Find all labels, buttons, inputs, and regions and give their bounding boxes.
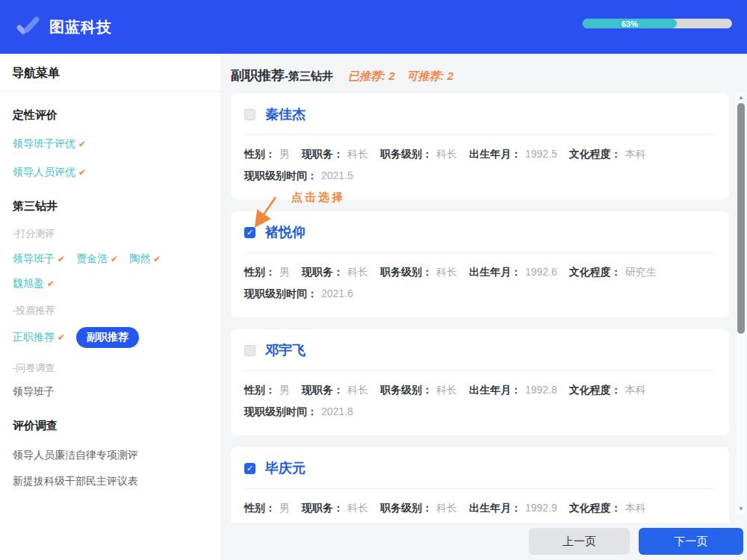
field-label: 现职级别时间： (244, 405, 317, 417)
score-group-label: -打分测评 (13, 227, 208, 240)
divider (244, 370, 716, 371)
vertical-scrollbar[interactable]: ▲ ▼ (737, 92, 746, 515)
candidate-checkbox[interactable]: ✓ (244, 345, 255, 356)
field-value: 本科 (625, 384, 646, 396)
page-subtitle: -第三钻井 (285, 69, 333, 84)
field-value: 男 (279, 266, 290, 278)
check-icon: ✔ (58, 332, 65, 343)
field-label: 文化程度： (569, 148, 622, 160)
main-content: 副职推荐 -第三钻井 已推荐: 2 可推荐: 2 ✓ 秦佳杰 性别：男 现职务：… (220, 54, 747, 560)
candidate-checkbox[interactable]: ✓ (244, 109, 255, 120)
candidate-card: ✓ 秦佳杰 性别：男 现职务：科长 职务级别：科长 出生年月：1992.5 文化… (231, 93, 729, 199)
candidate-card: ✓ 褚悦仰 性别：男 现职务：科长 职务级别：科长 出生年月：1992.6 文化… (231, 211, 729, 317)
scrollbar-thumb[interactable] (737, 103, 745, 334)
candidate-list: ✓ 秦佳杰 性别：男 现职务：科长 职务级别：科长 出生年月：1992.5 文化… (231, 93, 729, 523)
field-label: 文化程度： (569, 266, 622, 278)
field-label: 性别： (244, 266, 276, 278)
field-label: 文化程度： (569, 384, 622, 396)
divider (244, 134, 716, 135)
questionnaire-group-label: -问卷调查 (13, 361, 208, 375)
field-label: 出生年月： (469, 384, 521, 396)
field-label: 现职务： (302, 266, 344, 278)
field-label: 文化程度： (569, 502, 622, 514)
brand-logo: 图蓝科技 (15, 15, 112, 39)
check-icon: ✔ (47, 279, 55, 289)
check-icon: ✔ (78, 167, 86, 178)
field-label: 职务级别： (380, 384, 433, 396)
sidebar-item-score-weixuying[interactable]: 魏旭盈✔ (13, 277, 55, 290)
field-value: 男 (279, 502, 290, 514)
field-label: 职务级别： (380, 266, 433, 278)
sidebar-item-deputy-recommend-active[interactable]: 副职推荐 (76, 327, 139, 348)
sidebar-item-principal-recommend[interactable]: 正职推荐✔ (13, 331, 65, 344)
candidate-name[interactable]: 秦佳杰 (265, 105, 306, 123)
field-value: 科长 (436, 502, 457, 514)
sidebar-item-score-team[interactable]: 领导班子✔ (13, 252, 65, 266)
field-value: 本科 (625, 148, 646, 160)
prev-page-button[interactable]: 上一页 (529, 528, 630, 555)
candidate-name[interactable]: 邓宇飞 (265, 341, 306, 359)
field-label: 现职务： (302, 148, 344, 160)
scroll-up-icon[interactable]: ▲ (737, 94, 746, 102)
field-label: 性别： (244, 502, 276, 514)
field-label: 现职务： (302, 502, 344, 514)
next-page-button[interactable]: 下一页 (639, 528, 743, 555)
field-label: 出生年月： (469, 502, 521, 514)
field-value: 科长 (436, 148, 457, 160)
vote-group-label: -投票推荐 (13, 304, 208, 317)
field-label: 现职级别时间： (244, 287, 317, 299)
field-label: 职务级别： (380, 502, 433, 514)
brand-title: 图蓝科技 (49, 17, 112, 37)
field-value: 2021.6 (321, 287, 353, 299)
field-value: 2021.5 (321, 169, 353, 181)
field-value: 科长 (436, 266, 457, 278)
candidate-card: ✓ 邓宇飞 性别：男 现职务：科长 职务级别：科长 出生年月：1992.8 文化… (231, 329, 729, 435)
field-value: 科长 (347, 148, 368, 160)
field-value: 科长 (347, 266, 368, 278)
sidebar-title: 导航菜单 (0, 54, 220, 92)
field-value: 男 (279, 384, 290, 396)
field-value: 2021.8 (321, 405, 353, 417)
field-label: 出生年月： (469, 266, 521, 278)
sidebar-nav: 导航菜单 定性评价 领导班子评优✔ 领导人员评优✔ 第三钻井 -打分测评 领导班… (0, 54, 220, 560)
candidate-checkbox[interactable]: ✓ (244, 463, 255, 474)
section-survey-title: 评价调查 (13, 419, 208, 433)
sidebar-item-leader-team-eval[interactable]: 领导班子评优✔ (13, 137, 208, 151)
sidebar-item-questionnaire-team[interactable]: 领导班子 (13, 385, 208, 399)
field-value: 本科 (625, 502, 646, 514)
divider (244, 488, 716, 489)
check-icon: ✔ (153, 254, 161, 264)
sidebar-item-score-taoran[interactable]: 陶然✔ (129, 252, 161, 266)
section-qualitative-title: 定性评价 (13, 108, 208, 122)
progress-fill: 63% (583, 19, 677, 28)
hint-arrow-icon (249, 194, 282, 233)
check-icon: ✔ (111, 254, 118, 264)
field-value: 1992.5 (525, 148, 557, 160)
checkmark-logo-icon (15, 15, 42, 39)
field-label: 性别： (244, 384, 276, 396)
field-value: 研究生 (625, 266, 657, 278)
check-icon: ✔ (78, 139, 86, 149)
field-label: 现职级别时间： (244, 169, 317, 181)
field-label: 出生年月： (469, 148, 521, 160)
sidebar-item-new-cadre-review[interactable]: 新提拔科级干部民主评议表 (13, 475, 208, 488)
field-value: 男 (279, 148, 290, 160)
scroll-down-icon[interactable]: ▼ (737, 505, 746, 513)
sidebar-item-score-jiajinhao[interactable]: 贾金浩✔ (76, 252, 118, 266)
candidate-name[interactable]: 毕庆元 (265, 459, 306, 477)
progress-bar: 63% (583, 19, 732, 28)
pagination-bar: 上一页 下一页 (220, 523, 747, 560)
field-value: 科长 (347, 384, 368, 396)
sidebar-item-integrity-eval[interactable]: 领导人员廉洁自律专项测评 (13, 449, 208, 462)
field-value: 1992.9 (525, 502, 557, 514)
recommendable-count: 可推荐: 2 (407, 69, 454, 84)
field-value: 1992.6 (525, 266, 557, 278)
field-label: 性别： (244, 148, 276, 160)
check-icon: ✔ (58, 254, 65, 264)
recommended-count: 已推荐: 2 (348, 69, 395, 84)
field-value: 科长 (436, 384, 457, 396)
checkbox-check-icon: ✓ (247, 464, 253, 473)
sidebar-item-leader-person-eval[interactable]: 领导人员评优✔ (13, 166, 208, 179)
page-title: 副职推荐 (231, 66, 285, 84)
section-drilling-title: 第三钻井 (13, 199, 208, 214)
